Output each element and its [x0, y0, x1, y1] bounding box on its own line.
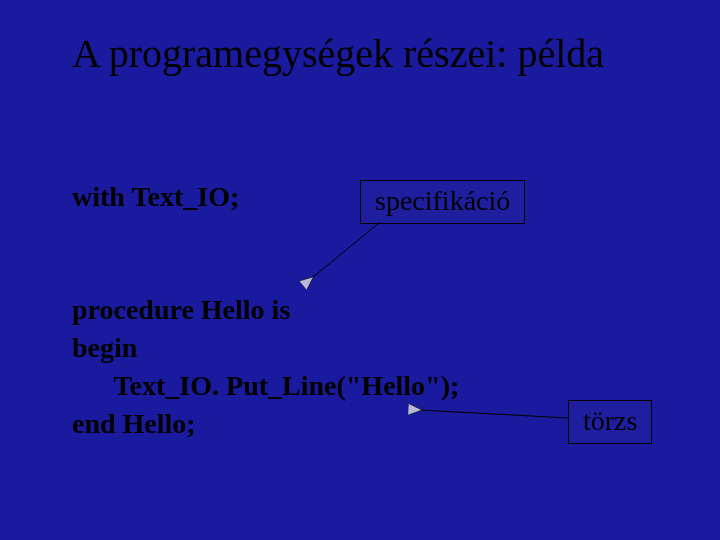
arrow-body-icon	[0, 0, 720, 540]
svg-line-3	[420, 410, 568, 418]
